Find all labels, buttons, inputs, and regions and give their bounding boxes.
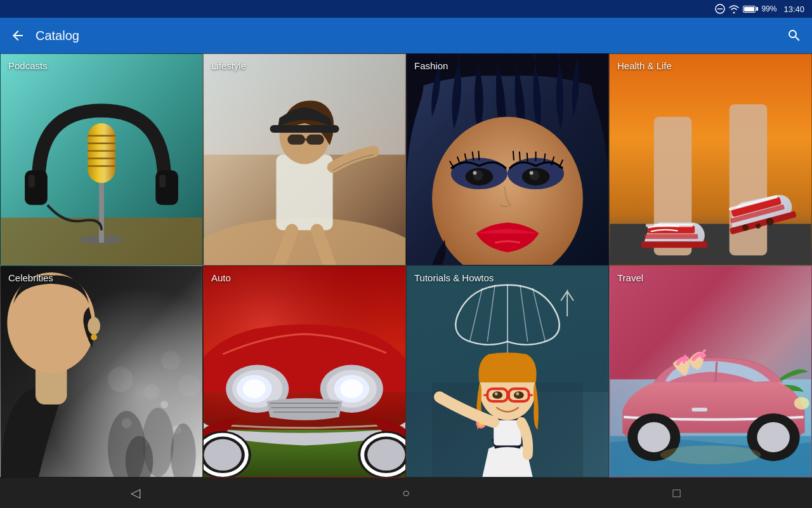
svg-point-86 (243, 379, 266, 398)
category-tutorials[interactable]: Tutorials & Howtos (406, 265, 609, 478)
svg-point-135 (660, 445, 761, 464)
svg-line-41 (520, 152, 520, 161)
wifi-icon (728, 4, 740, 13)
svg-point-120 (514, 391, 524, 399)
back-button[interactable] (10, 28, 25, 43)
svg-point-34 (530, 171, 534, 175)
svg-point-131 (638, 422, 671, 453)
celebrities-label: Celebrities (8, 272, 53, 283)
svg-rect-23 (306, 135, 324, 145)
svg-point-79 (178, 374, 201, 397)
svg-point-76 (108, 367, 133, 392)
svg-point-133 (757, 422, 790, 453)
svg-point-134 (794, 397, 809, 410)
svg-point-90 (340, 379, 363, 398)
category-fashion[interactable]: Fashion (406, 53, 609, 265)
travel-illustration (610, 266, 811, 477)
podcasts-illustration (1, 54, 202, 265)
category-lifestyle[interactable]: Lifestyle (203, 53, 406, 265)
svg-rect-13 (155, 170, 178, 205)
category-auto[interactable]: Auto (203, 265, 406, 478)
fashion-label: Fashion (414, 60, 448, 71)
podcasts-label: Podcasts (8, 60, 48, 71)
lifestyle-label: Lifestyle (211, 60, 246, 71)
svg-rect-129 (691, 408, 707, 411)
tutorials-illustration (407, 266, 608, 477)
svg-line-42 (527, 153, 528, 162)
svg-point-122 (516, 392, 519, 396)
svg-point-71 (91, 334, 97, 340)
svg-rect-53 (641, 241, 707, 248)
svg-rect-22 (287, 135, 305, 145)
svg-line-128 (716, 362, 717, 382)
nav-back-button[interactable]: ◁ (116, 480, 154, 505)
health-illustration (610, 54, 811, 265)
lifestyle-illustration (204, 54, 405, 265)
tutorials-label: Tutorials & Howtos (414, 272, 494, 283)
category-podcasts[interactable]: Podcasts (0, 53, 203, 265)
status-bar: 99% 13:40 (0, 0, 812, 18)
svg-point-70 (88, 317, 100, 335)
svg-rect-21 (270, 125, 339, 133)
svg-rect-52 (645, 234, 698, 239)
battery-icon (743, 6, 758, 13)
celebrities-illustration (1, 266, 202, 477)
svg-point-77 (161, 351, 180, 370)
battery-percentage: 99% (761, 4, 776, 13)
svg-rect-14 (29, 175, 35, 187)
svg-line-40 (513, 151, 514, 161)
category-celebrities[interactable]: Celebrities (0, 265, 203, 478)
nav-home-button[interactable]: ○ (387, 480, 425, 505)
svg-rect-19 (276, 155, 332, 231)
svg-rect-15 (159, 175, 166, 187)
svg-point-123 (434, 391, 445, 403)
svg-point-33 (473, 171, 476, 175)
svg-point-65 (160, 401, 168, 408)
svg-rect-12 (25, 170, 48, 205)
svg-rect-5 (99, 180, 104, 243)
bottom-nav: ◁ ○ □ (0, 478, 812, 508)
travel-label: Travel (617, 272, 643, 283)
auto-illustration (204, 266, 405, 477)
app-bar: Catalog (0, 18, 812, 53)
status-icons: 99% 13:40 (715, 4, 804, 14)
dnd-icon (715, 4, 725, 14)
svg-point-121 (495, 392, 498, 396)
svg-point-119 (492, 391, 502, 399)
category-health[interactable]: Health & Life (609, 53, 812, 265)
nav-recent-button[interactable]: □ (658, 480, 696, 505)
svg-point-97 (367, 439, 405, 471)
search-button[interactable] (787, 28, 802, 43)
svg-point-95 (204, 439, 241, 471)
svg-line-39 (478, 151, 479, 161)
category-travel[interactable]: Travel (609, 265, 812, 478)
svg-rect-48 (610, 224, 811, 265)
catalog-grid: Podcasts (0, 53, 812, 478)
svg-rect-6 (88, 123, 115, 183)
svg-point-78 (144, 384, 159, 399)
auto-label: Auto (211, 272, 231, 283)
fashion-illustration (407, 54, 608, 265)
page-title: Catalog (36, 29, 787, 43)
status-time: 13:40 (783, 4, 804, 14)
health-label: Health & Life (617, 60, 672, 71)
